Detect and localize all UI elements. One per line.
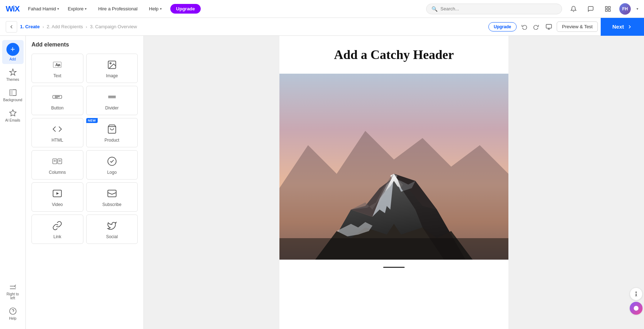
svg-marker-35 — [57, 192, 59, 195]
svg-point-12 — [9, 308, 16, 314]
email-canvas: Add a Catchy Header — [279, 36, 508, 329]
nav-hire-professional[interactable]: Hire a Professional — [95, 5, 140, 13]
sidebar-item-ai-emails[interactable]: AI Emails — [2, 106, 24, 125]
notifications-icon[interactable] — [568, 3, 579, 15]
sidebar-bottom: Right to left Help — [2, 280, 24, 329]
redo-button[interactable] — [531, 22, 541, 32]
element-card-logo[interactable]: Logo — [86, 150, 138, 180]
image-element-icon — [107, 60, 117, 70]
background-icon — [9, 89, 17, 97]
subscribe-element-icon — [107, 188, 117, 198]
elements-grid: Aa Text Image — [31, 54, 138, 244]
sidebar-item-rtl[interactable]: Right to left — [2, 280, 24, 303]
columns-element-icon — [52, 156, 62, 166]
breadcrumb-add-recipients[interactable]: 2. Add Recipients — [47, 24, 83, 29]
undo-button[interactable] — [519, 22, 530, 32]
video-element-icon — [52, 188, 62, 198]
divider-element-icon — [107, 92, 117, 102]
element-card-columns[interactable]: Columns — [31, 150, 83, 180]
email-header-section[interactable]: Add a Catchy Header — [279, 36, 508, 74]
svg-marker-9 — [9, 110, 16, 116]
elements-panel: Add elements Aa Text — [26, 36, 144, 329]
svg-point-18 — [110, 63, 111, 64]
sidebar-add-label: Add — [10, 57, 16, 61]
text-element-icon: Aa — [52, 60, 62, 70]
element-card-button[interactable]: Button — [31, 86, 83, 115]
email-divider-section — [279, 260, 508, 275]
search-bar[interactable]: 🔍 — [426, 4, 562, 14]
logo-element-label: Logo — [107, 170, 117, 175]
upgrade-button-toolbar[interactable]: Upgrade — [488, 22, 517, 31]
panel-title: Add elements — [31, 41, 138, 48]
email-image-section[interactable] — [279, 74, 508, 260]
element-card-html[interactable]: HTML — [31, 118, 83, 147]
element-card-image[interactable]: Image — [86, 54, 138, 83]
link-element-icon — [52, 221, 62, 231]
sidebar-ai-emails-label: AI Emails — [5, 118, 20, 122]
themes-icon — [9, 68, 17, 76]
breadcrumb-campaign-overview[interactable]: 3. Campaign Overview — [90, 24, 137, 29]
left-sidebar: + Add Themes Background — [0, 36, 26, 329]
sidebar-item-add[interactable]: + Add — [2, 40, 24, 64]
breadcrumb-create[interactable]: 1. Create — [20, 24, 40, 29]
grid-icon[interactable] — [602, 3, 614, 15]
sidebar-item-themes[interactable]: Themes — [2, 65, 24, 84]
messages-icon[interactable] — [585, 3, 596, 15]
element-card-link[interactable]: Link — [31, 215, 83, 244]
preview-test-button[interactable]: Preview & Test — [557, 21, 598, 32]
element-card-text[interactable]: Aa Text — [31, 54, 83, 83]
subscribe-element-label: Subscribe — [102, 202, 121, 207]
avatar[interactable]: FH — [619, 3, 631, 15]
avatar-chevron: ▾ — [636, 7, 638, 11]
email-divider — [383, 267, 405, 268]
sidebar-background-label: Background — [3, 98, 22, 102]
svg-rect-4 — [546, 24, 551, 28]
text-element-label: Text — [53, 73, 61, 78]
link-element-label: Link — [53, 234, 61, 239]
next-button[interactable]: Next — [601, 18, 644, 36]
desktop-view-icon[interactable] — [544, 22, 554, 32]
social-element-label: Social — [106, 234, 118, 239]
main-area: + Add Themes Background — [0, 36, 644, 329]
nav-explore[interactable]: Explore ▾ — [65, 5, 89, 13]
sidebar-help-label: Help — [9, 316, 16, 320]
mountain-image — [279, 74, 508, 260]
email-canvas-area: Add a Catchy Header — [144, 36, 644, 329]
user-menu[interactable]: Fahad Hamid ▾ — [28, 6, 59, 11]
top-navigation: WiX Fahad Hamid ▾ Explore ▾ Hire a Profe… — [0, 0, 644, 18]
accessibility-icon[interactable] — [630, 288, 643, 300]
user-chevron: ▾ — [57, 7, 59, 11]
element-card-social[interactable]: Social — [86, 215, 138, 244]
search-input[interactable] — [440, 6, 557, 11]
help-icon — [9, 307, 17, 315]
sidebar-item-background[interactable]: Background — [2, 86, 24, 105]
undo-redo-group — [519, 22, 541, 32]
video-element-label: Video — [52, 202, 63, 207]
logo-element-icon — [107, 156, 117, 166]
svg-rect-8 — [9, 90, 13, 96]
sidebar-item-help[interactable]: Help — [2, 304, 24, 323]
image-element-label: Image — [106, 73, 118, 78]
new-badge: NEW — [86, 118, 98, 123]
html-element-label: HTML — [52, 138, 63, 143]
element-card-divider[interactable]: Divider — [86, 86, 138, 115]
button-element-label: Button — [51, 105, 64, 111]
ai-assistant-icon[interactable] — [630, 302, 643, 315]
element-card-subscribe[interactable]: Subscribe — [86, 182, 138, 212]
back-button[interactable] — [6, 21, 17, 33]
svg-rect-2 — [609, 9, 610, 11]
user-name: Fahad Hamid — [28, 6, 56, 11]
product-element-icon — [107, 124, 117, 134]
breadcrumb: 1. Create › 2. Add Recipients › 3. Campa… — [20, 24, 137, 29]
element-card-product[interactable]: NEW Product — [86, 118, 138, 147]
svg-text:Aa: Aa — [55, 63, 61, 67]
nav-help[interactable]: Help ▾ — [146, 5, 165, 13]
svg-point-50 — [634, 306, 638, 310]
upgrade-button-top[interactable]: Upgrade — [170, 4, 201, 14]
element-card-video[interactable]: Video — [31, 182, 83, 212]
editor-toolbar: 1. Create › 2. Add Recipients › 3. Campa… — [0, 18, 644, 36]
add-circle-icon: + — [6, 43, 19, 56]
social-element-icon — [107, 221, 117, 231]
svg-rect-48 — [279, 238, 508, 260]
sidebar-themes-label: Themes — [6, 78, 19, 82]
